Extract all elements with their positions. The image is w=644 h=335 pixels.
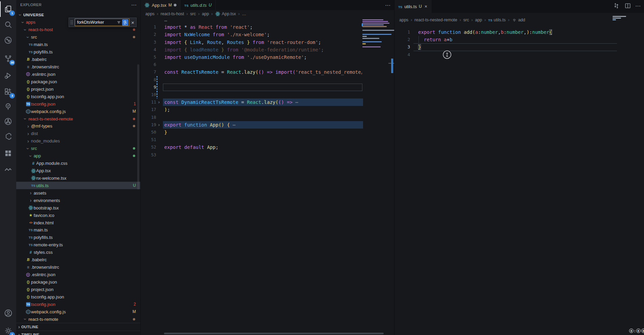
tree-row-.babelrc[interactable]: B.babelrc <box>16 56 140 63</box>
tree-row-react-ts-nested-remote[interactable]: ›react-ts-nested-remote <box>16 115 140 122</box>
breadcrumb-item-apps[interactable]: apps <box>145 12 154 16</box>
code-line-4[interactable]: 4import { loadRemote } from '@module-fed… <box>141 46 394 54</box>
code-line-11[interactable]: 11›const DynamicReactTsRemote = React.la… <box>141 98 394 106</box>
overview-ruler-mark[interactable] <box>391 59 393 73</box>
code-line-5[interactable]: 5import useDynamicModule from './useDyna… <box>141 53 394 61</box>
tree-row-tsconfig.json[interactable]: TStsconfig.json1 <box>16 100 140 108</box>
tree-row-src[interactable]: ›src <box>16 145 140 152</box>
code-line-52[interactable]: 52export default App; <box>141 143 394 151</box>
tree-row-react-ts-remote[interactable]: ›react-ts-remote <box>16 315 140 323</box>
breadcrumb-item-react-ts-nested-remote[interactable]: react-ts-nested-remote <box>414 18 457 22</box>
code-line-8[interactable]: 8 <box>141 76 394 84</box>
tree-row-@mf-types[interactable]: ›@mf-types <box>16 122 140 130</box>
code-line-19[interactable]: 19›export function App() { ⋯ <box>141 121 394 129</box>
breadcrumb-item-app[interactable]: app <box>202 12 209 16</box>
breadcrumb-item-utils.ts[interactable]: TSutils.ts <box>488 18 506 22</box>
tree-row-project.json[interactable]: {}project.json <box>16 286 140 293</box>
activity-item-git-graph[interactable] <box>0 114 16 129</box>
tree-row-tsconfig.app.json[interactable]: {}tsconfig.app.json <box>16 93 140 100</box>
tree-row-package.json[interactable]: {}package.json <box>16 278 140 286</box>
minimap-left[interactable] <box>362 0 394 169</box>
code-line-1[interactable]: 1export function add(a:number,b:number,)… <box>395 28 644 36</box>
tree-row-.eslintrc.json[interactable]: .eslintrc.json <box>16 70 140 78</box>
fold-chevron-icon[interactable]: › <box>158 98 160 106</box>
tree-row-.browserslistrc[interactable]: ≡.browserslistrc <box>16 63 140 71</box>
activity-item-source-control[interactable]: 38 <box>0 51 16 66</box>
activity-item-settings[interactable]: 1 <box>0 323 16 335</box>
sidebar-section-outline[interactable]: ›OUTLINE <box>16 323 140 331</box>
tree-row-react-ts-host[interactable]: ›react-ts-host <box>16 26 140 34</box>
breadcrumb-item-apps[interactable]: apps <box>399 18 408 22</box>
tree-row-tsconfig.json[interactable]: TStsconfig.json2 <box>16 300 140 308</box>
code-line-1[interactable]: 1import * as React from 'react'; <box>141 23 394 31</box>
tree-row-styles.css[interactable]: #styles.css <box>16 249 140 256</box>
tree-row-project.json[interactable]: {}project.json <box>16 85 140 93</box>
code-line-53[interactable]: 53 <box>141 151 394 159</box>
breadcrumb-item-src[interactable]: src <box>190 12 196 16</box>
code-line-4[interactable]: 4 <box>395 51 644 59</box>
tree-row-app[interactable]: ›app <box>16 152 140 160</box>
code-line-51[interactable]: 51 <box>141 136 394 144</box>
activity-item-search[interactable] <box>0 17 16 32</box>
code-line-7[interactable]: 7const ReactTsRemote = React.lazy(() => … <box>141 68 394 76</box>
tree-row-src[interactable]: ›src <box>16 34 140 41</box>
tab-utils.d.ts[interactable]: TSutils.d.tsU <box>181 0 216 10</box>
activity-item-grid-extension[interactable] <box>0 146 16 161</box>
tree-row-polyfills.ts[interactable]: TSpolyfills.ts <box>16 48 140 56</box>
code-line-3[interactable]: 3} <box>395 43 644 51</box>
tree-row-node_modules[interactable]: ›node_modules <box>16 137 140 145</box>
tree-row-polyfills.ts[interactable]: TSpolyfills.ts <box>16 234 140 241</box>
code-line-18[interactable]: 18 <box>141 114 394 121</box>
activity-item-run-debug[interactable] <box>0 68 16 83</box>
tree-row-nx-welcome.tsx[interactable]: nx-welcome.tsx <box>16 174 140 182</box>
tree-row-environments[interactable]: ›environments <box>16 197 140 204</box>
tree-row-favicon.ico[interactable]: ★favicon.ico <box>16 211 140 219</box>
find-close-icon[interactable]: × <box>131 20 134 25</box>
tree-row-main.ts[interactable]: TSmain.ts <box>16 226 140 234</box>
fuzzy-search-toggle[interactable] <box>122 19 128 26</box>
breadcrumb-item-app[interactable]: app <box>475 18 482 22</box>
tree-row-package.json[interactable]: {}package.json <box>16 78 140 85</box>
code-line-6[interactable]: 6 <box>141 61 394 69</box>
fold-chevron-icon[interactable]: › <box>158 121 160 129</box>
tree-row-webpack.config.js[interactable]: webpack.config.jsM <box>16 308 140 315</box>
tree-row-App.tsx[interactable]: App.tsx <box>16 167 140 175</box>
tree-scrollbar[interactable] <box>137 64 139 189</box>
activity-item-graph-circle[interactable] <box>0 32 16 48</box>
code-line-17[interactable]: 17); <box>141 106 394 114</box>
tree-find-input[interactable]: forkDtsWorker <box>75 19 129 26</box>
explorer-more-actions-icon[interactable]: ··· <box>132 2 137 7</box>
breadcrumb-item-…[interactable]: … <box>242 12 246 16</box>
breadcrumb-item-add[interactable]: add <box>512 18 525 23</box>
code-line-50[interactable]: 50} <box>141 129 394 136</box>
activity-item-account[interactable] <box>0 305 16 321</box>
breadcrumb-item-react-ts-host[interactable]: react-ts-host <box>161 12 184 16</box>
activity-item-todo-tree[interactable] <box>0 99 16 114</box>
tree-row-.babelrc[interactable]: B.babelrc <box>16 256 140 264</box>
tree-row-.eslintrc.json[interactable]: .eslintrc.json <box>16 271 140 278</box>
code-line-10[interactable]: 10 <box>141 91 394 99</box>
code-line-2[interactable]: 2import NxWelcome from './nx-welcome'; <box>141 31 394 39</box>
tree-row-index.html[interactable]: <>index.html <box>16 219 140 226</box>
tree-row-utils.ts[interactable]: TSutils.tsU <box>16 182 140 189</box>
filter-icon[interactable] <box>117 20 121 25</box>
sidebar-section-timeline[interactable]: ›TIMELINE <box>16 331 140 335</box>
code-line-2[interactable]: 2 return a+b <box>395 36 644 44</box>
activity-item-extensions[interactable]: 3 <box>0 84 16 99</box>
tree-row-webpack.config.js[interactable]: webpack.config.jsM <box>16 108 140 115</box>
tab-close-icon[interactable]: × <box>425 4 427 9</box>
code-line-3[interactable]: 3import { Link, Route, Routes } from 're… <box>141 39 394 46</box>
tree-row-App.module.css[interactable]: #App.module.css <box>16 160 140 167</box>
tree-row-bootstrap.tsx[interactable]: bootstrap.tsx <box>16 204 140 211</box>
activity-item-explorer[interactable]: 1 <box>0 1 16 17</box>
tree-row-dist[interactable]: ›dist <box>16 130 140 137</box>
activity-item-ribbon-extension[interactable] <box>0 129 16 144</box>
tab-utils.ts[interactable]: TSutils.tsU× <box>395 0 431 13</box>
drag-grip-icon[interactable] <box>70 20 73 25</box>
horizontal-scrollbar[interactable] <box>164 333 384 334</box>
minimap-right[interactable] <box>612 0 644 169</box>
tree-row-.browserslistrc[interactable]: ≡.browserslistrc <box>16 264 140 271</box>
activity-item-wave-extension[interactable] <box>0 162 16 177</box>
tree-row-tsconfig.app.json[interactable]: {}tsconfig.app.json <box>16 293 140 300</box>
code-line[interactable]: … <box>141 16 394 24</box>
